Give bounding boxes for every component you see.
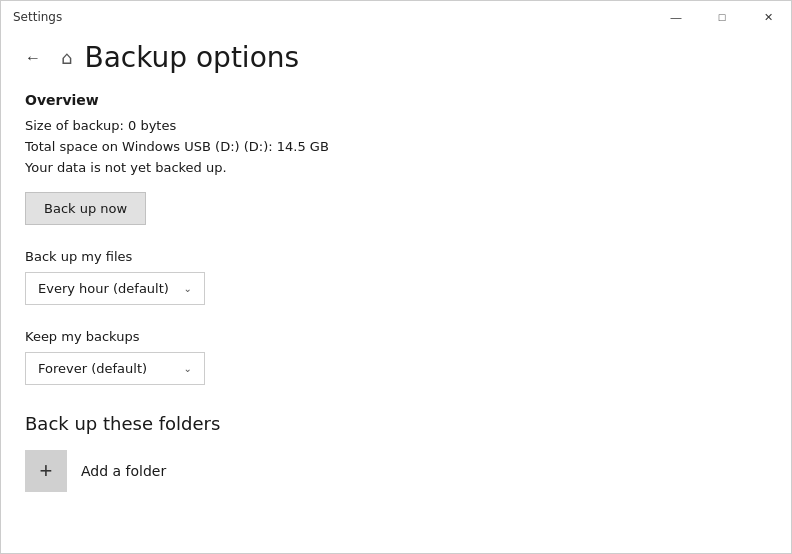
back-up-now-button[interactable]: Back up now [25,192,146,225]
chevron-down-icon-2: ⌄ [184,363,192,374]
keep-backups-dropdown[interactable]: Forever (default) ⌄ [25,352,205,385]
add-folder-row: + Add a folder [25,450,767,492]
close-button[interactable]: ✕ [745,1,791,33]
minimize-button[interactable]: — [653,1,699,33]
back-icon: ← [25,49,41,67]
chevron-down-icon: ⌄ [184,283,192,294]
title-bar-controls: — □ ✕ [653,1,791,33]
keep-backups-selected: Forever (default) [38,361,147,376]
title-bar-left: Settings [13,10,62,24]
backup-files-selected: Every hour (default) [38,281,169,296]
page-title: Backup options [84,41,299,74]
app-title: Settings [13,10,62,24]
content-area: Overview Size of backup: 0 bytes Total s… [1,82,791,548]
maximize-button[interactable]: □ [699,1,745,33]
title-bar: Settings — □ ✕ [1,1,791,33]
backup-files-dropdown[interactable]: Every hour (default) ⌄ [25,272,205,305]
window: Settings — □ ✕ ← ⌂ Backup options Overvi… [0,0,792,554]
total-space: Total space on Windows USB (D:) (D:): 14… [25,137,767,158]
folders-heading: Back up these folders [25,413,767,434]
keep-backups-label: Keep my backups [25,329,767,344]
backup-files-label: Back up my files [25,249,767,264]
backup-files-section: Back up my files Every hour (default) ⌄ [25,249,767,305]
backup-status: Your data is not yet backed up. [25,158,767,179]
add-folder-button[interactable]: + [25,450,67,492]
overview-section: Overview Size of backup: 0 bytes Total s… [25,92,767,225]
folders-section: Back up these folders + Add a folder [25,413,767,492]
plus-icon: + [40,458,53,484]
home-icon[interactable]: ⌂ [61,47,72,68]
size-of-backup: Size of backup: 0 bytes [25,116,767,137]
keep-backups-section: Keep my backups Forever (default) ⌄ [25,329,767,385]
add-folder-label: Add a folder [81,463,166,479]
nav-bar: ← ⌂ Backup options [1,33,791,82]
back-button[interactable]: ← [17,42,49,74]
overview-heading: Overview [25,92,767,108]
